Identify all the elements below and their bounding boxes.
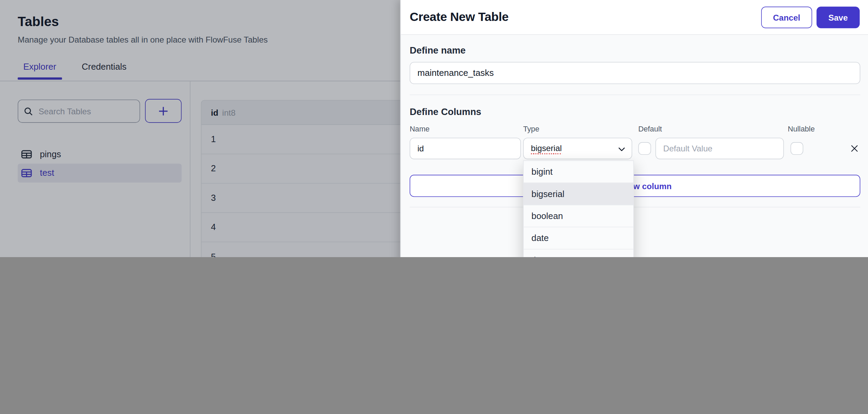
type-option-date[interactable]: date <box>524 227 633 249</box>
type-option-bigserial[interactable]: bigserial <box>524 183 633 205</box>
remove-column-button[interactable] <box>849 143 860 154</box>
chevron-down-icon <box>617 145 626 154</box>
column-definition-row: bigserial <box>410 138 860 159</box>
define-name-heading: Define name <box>410 45 466 56</box>
save-button[interactable]: Save <box>816 7 860 28</box>
drawer-title: Create New Table <box>410 10 509 24</box>
create-table-drawer: Create New Table Cancel Save Define name… <box>400 0 868 257</box>
default-checkbox[interactable] <box>638 142 651 155</box>
x-icon <box>850 144 859 153</box>
label-name: Name <box>410 125 523 133</box>
type-dropdown-menu: bigint bigserial boolean date timestampt… <box>523 160 634 257</box>
column-field-labels: Name Type Default Nullable <box>410 125 860 133</box>
drawer-actions: Cancel Save <box>761 7 860 28</box>
column-name-input[interactable] <box>410 138 521 159</box>
section-divider <box>410 207 860 208</box>
drawer-header: Create New Table Cancel Save <box>401 0 868 35</box>
app-screen: Tables Manage your Database tables all i… <box>0 0 868 257</box>
default-value-input[interactable] <box>655 138 784 159</box>
label-default: Default <box>638 125 788 133</box>
type-option-boolean[interactable]: boolean <box>524 205 633 227</box>
section-divider <box>410 94 860 95</box>
add-new-column-button[interactable]: + Add new column <box>410 175 860 197</box>
cancel-button[interactable]: Cancel <box>761 7 812 28</box>
table-name-input[interactable] <box>410 62 860 84</box>
define-columns-heading: Define Columns <box>410 107 481 118</box>
column-type-select[interactable]: bigserial <box>523 138 632 159</box>
nullable-checkbox[interactable] <box>791 142 803 155</box>
type-option-timestamptz[interactable]: timestamptz <box>524 250 633 257</box>
selected-type-value: bigserial <box>531 143 562 154</box>
label-type: Type <box>523 125 638 133</box>
type-option-bigint[interactable]: bigint <box>524 161 633 183</box>
label-nullable: Nullable <box>788 125 860 133</box>
